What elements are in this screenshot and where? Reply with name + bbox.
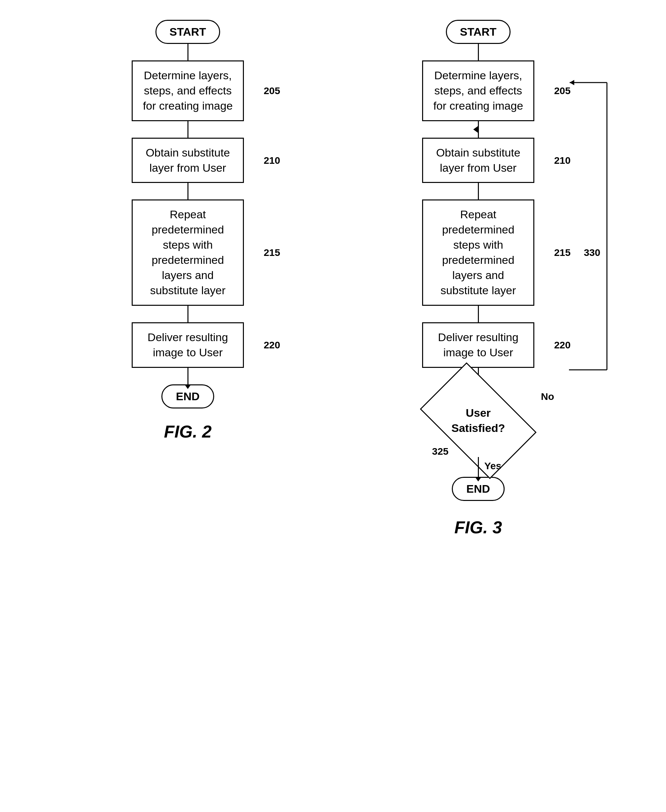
fig2-label-210: 210 (264, 155, 280, 166)
fig2-label-220: 220 (264, 339, 280, 351)
fig2-flowchart: START Determine layers,steps, and effect… (132, 20, 244, 408)
fig3-label-325: 325 (432, 446, 448, 457)
fig3-label-330: 330 (584, 247, 600, 258)
fig3-node-205: Determine layers,steps, and effectsfor c… (422, 60, 534, 121)
fig2-start: START (155, 20, 221, 44)
fig3-diamond-text: User Satisfied? (439, 405, 518, 436)
fig3-diagram: START Determine layers,steps, and effect… (346, 20, 610, 537)
svg-marker-3 (570, 80, 574, 85)
fig3-diamond-325: User Satisfied? No 325 (429, 388, 528, 454)
fig3-node-215: Repeatpredeterminedsteps withpredetermin… (422, 200, 534, 306)
fig2-diagram: START Determine layers,steps, and effect… (56, 20, 320, 442)
fig2-node-220: Deliver resultingimage to User (132, 322, 244, 368)
fig2-label-205: 205 (264, 85, 280, 96)
fig3-label-215: 215 (554, 247, 570, 258)
fig2-node-215: Repeatpredeterminedsteps withpredetermin… (132, 200, 244, 306)
fig2-node-210: Obtain substitutelayer from User (132, 138, 244, 183)
fig2-node-205: Determine layers,steps, and effectsfor c… (132, 60, 244, 121)
fig3-label-yes: Yes (485, 460, 502, 471)
fig3-node-210: Obtain substitutelayer from User (422, 138, 534, 183)
fig3-node-205-wrap: Determine layers,steps, and effectsfor c… (422, 60, 534, 121)
page: START Determine layers,steps, and effect… (0, 0, 666, 812)
fig3-node-220: Deliver resultingimage to User (422, 322, 534, 368)
fig3-title: FIG. 3 (455, 518, 502, 537)
fig3-start: START (446, 20, 511, 44)
fig2-title: FIG. 2 (164, 422, 211, 442)
fig3-label-220: 220 (554, 339, 570, 351)
fig3-label-210: 210 (554, 155, 570, 166)
fig3-node-210-wrap: Obtain substitutelayer from User 210 (422, 138, 534, 183)
fig3-node-215-wrap: Repeatpredeterminedsteps withpredetermin… (422, 200, 534, 306)
fig3-flowchart: START Determine layers,steps, and effect… (422, 20, 534, 501)
fig3-label-205: 205 (554, 85, 570, 96)
fig2-label-215: 215 (264, 247, 280, 258)
fig3-node-220-wrap: Deliver resultingimage to User 220 (422, 322, 534, 368)
fig3-label-no: No (541, 391, 554, 402)
